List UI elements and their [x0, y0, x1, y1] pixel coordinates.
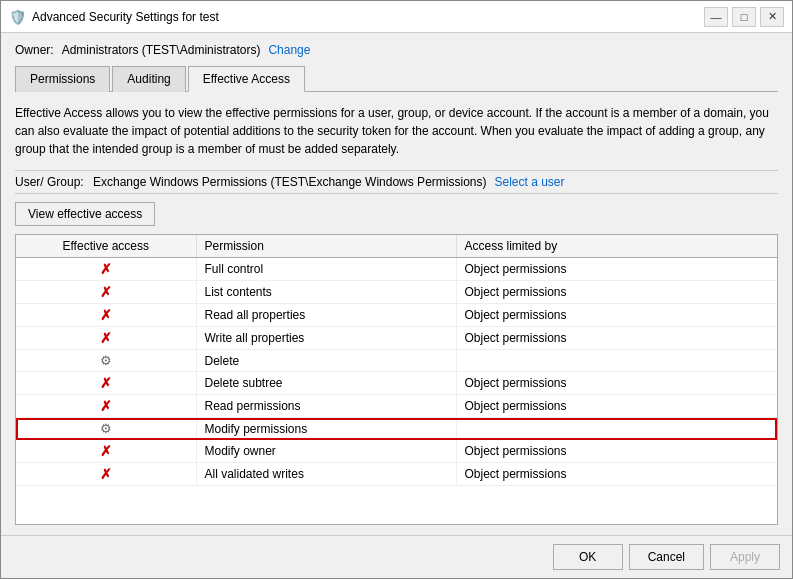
row-access-limited: Object permissions [456, 463, 777, 486]
row-permission: Write all properties [196, 327, 456, 350]
tab-permissions[interactable]: Permissions [15, 66, 110, 92]
tab-effective-access[interactable]: Effective Access [188, 66, 305, 92]
partial-icon: ⚙ [100, 353, 112, 368]
row-icon-cell: ✗ [16, 304, 196, 327]
row-icon-cell: ✗ [16, 372, 196, 395]
owner-label: Owner: [15, 43, 54, 57]
ok-button[interactable]: OK [553, 544, 623, 570]
row-permission: Delete subtree [196, 372, 456, 395]
row-permission: Modify owner [196, 440, 456, 463]
tab-auditing[interactable]: Auditing [112, 66, 185, 92]
table-row: ✗All validated writesObject permissions [16, 463, 777, 486]
row-access-limited [456, 418, 777, 440]
minimize-button[interactable]: — [704, 7, 728, 27]
denied-icon: ✗ [100, 284, 112, 300]
owner-row: Owner: Administrators (TEST\Administrato… [15, 43, 778, 57]
row-access-limited: Object permissions [456, 258, 777, 281]
user-group-value: Exchange Windows Permissions (TEST\Excha… [93, 175, 486, 189]
row-icon-cell: ✗ [16, 281, 196, 304]
table-row: ✗Delete subtreeObject permissions [16, 372, 777, 395]
row-access-limited [456, 350, 777, 372]
col-access-limited: Access limited by [456, 235, 777, 258]
denied-icon: ✗ [100, 398, 112, 414]
title-controls: — □ ✕ [704, 7, 784, 27]
row-access-limited: Object permissions [456, 304, 777, 327]
table-row: ⚙Delete [16, 350, 777, 372]
row-access-limited: Object permissions [456, 372, 777, 395]
denied-icon: ✗ [100, 307, 112, 323]
window-icon: 🛡️ [9, 9, 26, 25]
row-icon-cell: ⚙ [16, 350, 196, 372]
table-row: ✗Full controlObject permissions [16, 258, 777, 281]
user-group-label: User/ Group: [15, 175, 85, 189]
permissions-table: Effective access Permission Access limit… [16, 235, 777, 486]
permissions-table-wrapper: Effective access Permission Access limit… [15, 234, 778, 525]
denied-icon: ✗ [100, 375, 112, 391]
table-body: ✗Full controlObject permissions✗List con… [16, 258, 777, 486]
permissions-table-container[interactable]: Effective access Permission Access limit… [15, 234, 778, 525]
row-permission: Full control [196, 258, 456, 281]
table-row: ✗Read permissionsObject permissions [16, 395, 777, 418]
cancel-button[interactable]: Cancel [629, 544, 704, 570]
row-icon-cell: ✗ [16, 327, 196, 350]
row-access-limited: Object permissions [456, 395, 777, 418]
row-permission: Delete [196, 350, 456, 372]
view-effective-access-button[interactable]: View effective access [15, 202, 155, 226]
row-permission: All validated writes [196, 463, 456, 486]
table-row: ✗Modify ownerObject permissions [16, 440, 777, 463]
denied-icon: ✗ [100, 466, 112, 482]
row-icon-cell: ✗ [16, 395, 196, 418]
title-bar: 🛡️ Advanced Security Settings for test —… [1, 1, 792, 33]
owner-value: Administrators (TEST\Administrators) [62, 43, 261, 57]
maximize-button[interactable]: □ [732, 7, 756, 27]
row-permission: Read permissions [196, 395, 456, 418]
select-user-link[interactable]: Select a user [494, 175, 564, 189]
main-window: 🛡️ Advanced Security Settings for test —… [0, 0, 793, 579]
tab-content-effective-access: Effective Access allows you to view the … [15, 100, 778, 525]
user-group-row: User/ Group: Exchange Windows Permission… [15, 170, 778, 194]
row-access-limited: Object permissions [456, 327, 777, 350]
row-permission: Modify permissions [196, 418, 456, 440]
close-button[interactable]: ✕ [760, 7, 784, 27]
description-text: Effective Access allows you to view the … [15, 100, 778, 162]
table-row: ✗Write all propertiesObject permissions [16, 327, 777, 350]
col-permission: Permission [196, 235, 456, 258]
row-icon-cell: ✗ [16, 463, 196, 486]
partial-icon: ⚙ [100, 421, 112, 436]
row-access-limited: Object permissions [456, 281, 777, 304]
table-row: ⚙Modify permissions [16, 418, 777, 440]
row-permission: List contents [196, 281, 456, 304]
row-icon-cell: ⚙ [16, 418, 196, 440]
table-row: ✗Read all propertiesObject permissions [16, 304, 777, 327]
bottom-bar: OK Cancel Apply [1, 535, 792, 578]
denied-icon: ✗ [100, 330, 112, 346]
row-icon-cell: ✗ [16, 258, 196, 281]
row-permission: Read all properties [196, 304, 456, 327]
table-row: ✗List contentsObject permissions [16, 281, 777, 304]
row-access-limited: Object permissions [456, 440, 777, 463]
col-effective-access: Effective access [16, 235, 196, 258]
tab-bar: Permissions Auditing Effective Access [15, 65, 778, 92]
denied-icon: ✗ [100, 443, 112, 459]
row-icon-cell: ✗ [16, 440, 196, 463]
window-title: Advanced Security Settings for test [32, 10, 219, 24]
change-owner-link[interactable]: Change [268, 43, 310, 57]
table-header: Effective access Permission Access limit… [16, 235, 777, 258]
denied-icon: ✗ [100, 261, 112, 277]
content-area: Owner: Administrators (TEST\Administrato… [1, 33, 792, 535]
title-bar-left: 🛡️ Advanced Security Settings for test [9, 9, 219, 25]
apply-button[interactable]: Apply [710, 544, 780, 570]
